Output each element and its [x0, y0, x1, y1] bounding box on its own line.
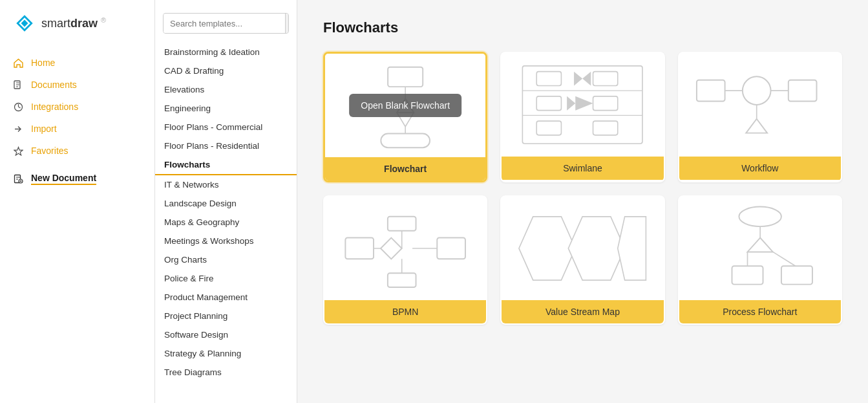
card-preview: [502, 197, 663, 300]
home-icon: [13, 58, 23, 68]
card-preview: [679, 197, 841, 300]
template-card[interactable]: BPMN: [323, 195, 487, 325]
svg-rect-29: [697, 80, 725, 102]
sidebar-item-import-label: Import: [31, 124, 57, 134]
category-item[interactable]: Flowcharts: [155, 155, 297, 175]
sidebar-item-home[interactable]: Home: [0, 52, 154, 74]
category-item[interactable]: Elevations: [155, 80, 297, 99]
svg-rect-53: [732, 266, 763, 284]
category-item[interactable]: Tree Diagrams: [155, 363, 297, 382]
new-document-item[interactable]: New Document: [0, 167, 154, 191]
svg-rect-33: [788, 80, 816, 102]
category-item[interactable]: Meetings & Workshops: [155, 232, 297, 250]
category-panel: Brainstorming & IdeationCAD & DraftingEl…: [155, 0, 297, 403]
sidebar-navigation: Home Documents Integrations Import: [0, 47, 154, 167]
svg-rect-26: [593, 96, 618, 111]
template-card[interactable]: Process Flowchart: [678, 195, 842, 325]
category-item[interactable]: Brainstorming & Ideation: [155, 43, 297, 61]
svg-marker-4: [14, 147, 23, 155]
new-doc-icon: [13, 174, 23, 184]
search-button[interactable]: [285, 14, 289, 33]
sidebar-item-integrations[interactable]: Integrations: [0, 96, 154, 118]
star-icon: [13, 146, 23, 156]
search-input[interactable]: [164, 14, 285, 33]
category-item[interactable]: Floor Plans - Commercial: [155, 118, 297, 136]
template-card[interactable]: Swimlane: [500, 52, 664, 182]
svg-line-52: [772, 252, 795, 266]
card-preview: [679, 53, 841, 157]
sidebar-item-favorites-label: Favorites: [31, 146, 69, 156]
svg-rect-54: [781, 266, 812, 284]
category-item[interactable]: Software Design: [155, 325, 297, 344]
main-content: Flowcharts Open Blank FlowchartFlowchart: [297, 0, 868, 403]
template-card[interactable]: Workflow: [678, 52, 842, 182]
card-preview: Open Blank Flowchart: [325, 54, 485, 157]
svg-marker-50: [747, 238, 772, 252]
smartdraw-logo-icon: [13, 12, 36, 35]
new-document-label: New Document: [31, 173, 96, 185]
svg-marker-38: [381, 238, 402, 259]
integrations-icon: [13, 102, 23, 112]
svg-marker-45: [519, 217, 575, 280]
svg-rect-22: [593, 72, 618, 86]
category-item[interactable]: Engineering: [155, 99, 297, 118]
svg-marker-46: [569, 217, 625, 280]
category-item[interactable]: Police & Fire: [155, 269, 297, 288]
svg-rect-42: [388, 273, 416, 287]
card-label: Workflow: [679, 157, 841, 180]
svg-marker-47: [618, 217, 646, 280]
category-item[interactable]: Project Planning: [155, 307, 297, 325]
category-item[interactable]: Floor Plans - Residential: [155, 136, 297, 155]
doc-icon: [13, 80, 23, 90]
svg-rect-44: [437, 238, 465, 259]
svg-point-31: [743, 76, 771, 105]
category-item[interactable]: CAD & Drafting: [155, 61, 297, 80]
svg-rect-40: [388, 217, 416, 231]
template-card[interactable]: Value Stream Map: [500, 195, 664, 325]
sidebar-item-integrations-label: Integrations: [31, 102, 78, 112]
sidebar: smartdraw ® Home Documents Integrations: [0, 0, 155, 403]
svg-rect-23: [537, 96, 562, 111]
sidebar-item-import[interactable]: Import: [0, 118, 154, 140]
card-preview: [324, 197, 486, 300]
category-item[interactable]: IT & Networks: [155, 175, 297, 194]
import-icon: [13, 124, 23, 134]
template-card[interactable]: Open Blank FlowchartFlowchart: [323, 52, 487, 182]
svg-marker-35: [746, 119, 767, 133]
logo-text: smartdraw ®: [41, 16, 106, 30]
page-title: Flowcharts: [323, 19, 842, 36]
sidebar-item-documents[interactable]: Documents: [0, 74, 154, 96]
category-item[interactable]: Maps & Geography: [155, 213, 297, 232]
svg-point-48: [739, 207, 781, 227]
svg-rect-9: [388, 67, 423, 87]
card-label: BPMN: [324, 300, 486, 323]
card-label: Flowchart: [325, 157, 485, 180]
card-label: Swimlane: [502, 157, 663, 180]
category-item[interactable]: Strategy & Planning: [155, 344, 297, 363]
svg-marker-1: [21, 20, 28, 27]
svg-rect-19: [537, 72, 562, 86]
sidebar-item-documents-label: Documents: [31, 80, 77, 90]
svg-rect-27: [537, 121, 562, 135]
template-grid: Open Blank FlowchartFlowchart Swimlane: [323, 52, 842, 325]
svg-rect-28: [593, 121, 618, 135]
category-item[interactable]: Product Management: [155, 288, 297, 307]
search-box: [163, 13, 289, 34]
card-preview: [502, 53, 663, 157]
category-list: Brainstorming & IdeationCAD & DraftingEl…: [155, 43, 297, 382]
sidebar-item-favorites[interactable]: Favorites: [0, 140, 154, 162]
category-item[interactable]: Org Charts: [155, 250, 297, 269]
card-label: Process Flowchart: [679, 300, 841, 323]
svg-rect-15: [381, 133, 430, 147]
logo: smartdraw ®: [0, 0, 154, 47]
sidebar-item-home-label: Home: [31, 58, 55, 68]
open-blank-button[interactable]: Open Blank Flowchart: [349, 94, 461, 117]
svg-rect-36: [345, 238, 374, 259]
category-item[interactable]: Landscape Design: [155, 194, 297, 213]
card-label: Value Stream Map: [502, 300, 663, 323]
